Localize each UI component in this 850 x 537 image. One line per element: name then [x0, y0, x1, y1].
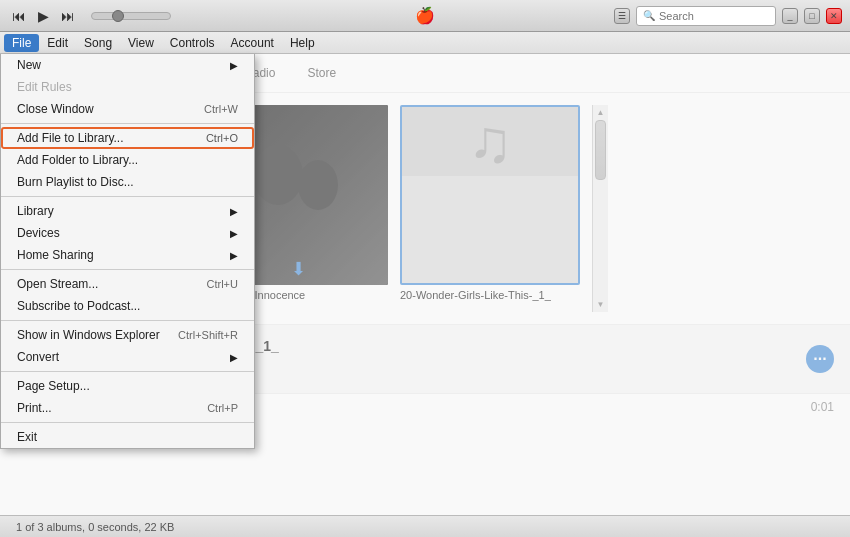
apple-logo: 🍎	[415, 6, 435, 25]
menu-edit-rules: Edit Rules	[1, 76, 254, 98]
menu-bar: File Edit Song View Controls Account Hel…	[0, 32, 850, 54]
menu-show-explorer[interactable]: Show in Windows Explorer Ctrl+Shift+R	[1, 324, 254, 346]
menu-home-sharing[interactable]: Home Sharing ▶	[1, 244, 254, 266]
menu-add-file[interactable]: Add File to Library... Ctrl+O	[1, 127, 254, 149]
menu-edit[interactable]: Edit	[39, 34, 76, 52]
menu-burn-playlist[interactable]: Burn Playlist to Disc...	[1, 171, 254, 193]
rewind-button[interactable]: ⏮	[8, 6, 30, 26]
title-bar-right: ☰ 🔍 _ □ ✕	[614, 6, 842, 26]
search-input[interactable]	[659, 10, 769, 22]
progress-thumb	[112, 10, 124, 22]
maximize-button[interactable]: □	[804, 8, 820, 24]
menu-new[interactable]: New ▶	[1, 54, 254, 76]
tab-store[interactable]: Store	[293, 62, 350, 84]
title-bar: ⏮ ▶ ⏭ 🍎 ☰ 🔍 _ □ ✕	[0, 0, 850, 32]
menu-help[interactable]: Help	[282, 34, 323, 52]
separator-3	[1, 269, 254, 270]
album-unknown[interactable]: ♫ 20-Wonder-Girls-Like-This-_1_	[400, 105, 580, 312]
separator-2	[1, 196, 254, 197]
svg-point-2	[253, 145, 303, 205]
close-button[interactable]: ✕	[826, 8, 842, 24]
convert-arrow-icon: ▶	[230, 352, 238, 363]
menu-account[interactable]: Account	[223, 34, 282, 52]
menu-song[interactable]: Song	[76, 34, 120, 52]
devices-arrow-icon: ▶	[230, 228, 238, 239]
scroll-track	[593, 120, 608, 297]
menu-controls[interactable]: Controls	[162, 34, 223, 52]
menu-subscribe-podcast[interactable]: Subscribe to Podcast...	[1, 295, 254, 317]
svg-point-3	[298, 160, 338, 210]
u2-download-button[interactable]: ⬇	[291, 258, 306, 280]
menu-library[interactable]: Library ▶	[1, 200, 254, 222]
menu-page-setup[interactable]: Page Setup...	[1, 375, 254, 397]
menu-file[interactable]: File	[4, 34, 39, 52]
menu-view[interactable]: View	[120, 34, 162, 52]
status-text: 1 of 3 albums, 0 seconds, 22 KB	[16, 521, 174, 533]
list-view-button[interactable]: ☰	[614, 8, 630, 24]
unknown-artwork: ♫	[402, 107, 578, 176]
fastforward-button[interactable]: ⏭	[57, 6, 79, 26]
file-dropdown-menu: New ▶ Edit Rules Close Window Ctrl+W Add…	[0, 54, 255, 449]
scroll-thumb[interactable]	[595, 120, 606, 180]
more-options-button[interactable]: ···	[806, 345, 834, 373]
scrollbar[interactable]: ▲ ▼	[592, 105, 608, 312]
album-art-unknown: ♫	[400, 105, 580, 285]
progress-bar[interactable]	[91, 12, 171, 20]
separator-5	[1, 371, 254, 372]
minimize-button[interactable]: _	[782, 8, 798, 24]
separator-6	[1, 422, 254, 423]
unknown-album-title: 20-Wonder-Girls-Like-This-_1_	[400, 289, 580, 301]
menu-print[interactable]: Print... Ctrl+P	[1, 397, 254, 419]
search-icon: 🔍	[643, 10, 655, 21]
search-box[interactable]: 🔍	[636, 6, 776, 26]
menu-add-folder[interactable]: Add Folder to Library...	[1, 149, 254, 171]
status-bar: 1 of 3 albums, 0 seconds, 22 KB	[0, 515, 850, 537]
track-duration: 0:01	[811, 400, 834, 414]
menu-close-window[interactable]: Close Window Ctrl+W	[1, 98, 254, 120]
play-button[interactable]: ▶	[34, 6, 53, 26]
library-arrow-icon: ▶	[230, 206, 238, 217]
new-arrow-icon: ▶	[230, 60, 238, 71]
transport-controls: ⏮ ▶ ⏭	[8, 6, 79, 26]
scroll-down-arrow[interactable]: ▼	[594, 297, 608, 312]
main-area: New ▶ Edit Rules Close Window Ctrl+W Add…	[0, 54, 850, 537]
separator-4	[1, 320, 254, 321]
title-bar-left: ⏮ ▶ ⏭	[8, 6, 177, 26]
menu-exit[interactable]: Exit	[1, 426, 254, 448]
scroll-up-arrow[interactable]: ▲	[594, 105, 608, 120]
home-sharing-arrow-icon: ▶	[230, 250, 238, 261]
music-note-icon: ♫	[468, 107, 513, 176]
menu-open-stream[interactable]: Open Stream... Ctrl+U	[1, 273, 254, 295]
menu-devices[interactable]: Devices ▶	[1, 222, 254, 244]
separator-1	[1, 123, 254, 124]
menu-convert[interactable]: Convert ▶	[1, 346, 254, 368]
